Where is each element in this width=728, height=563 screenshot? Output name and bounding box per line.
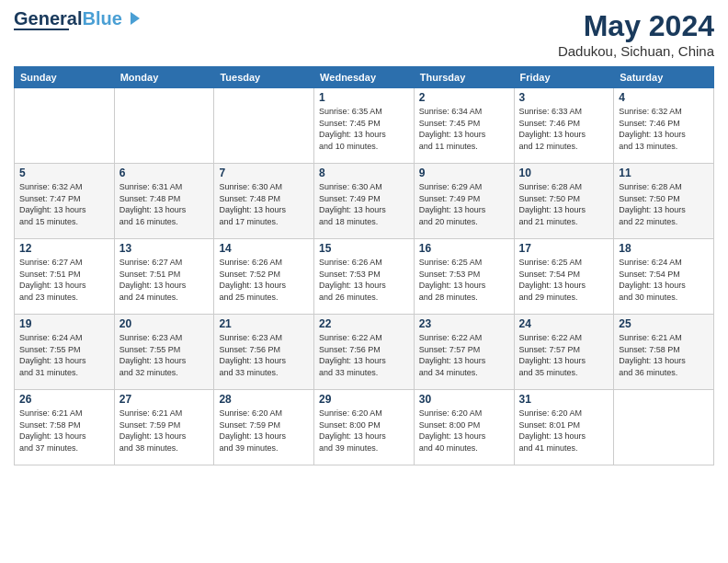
table-cell: 31Sunrise: 6:20 AMSunset: 8:01 PMDayligh… — [514, 390, 614, 465]
table-cell: 11Sunrise: 6:28 AMSunset: 7:50 PMDayligh… — [614, 164, 714, 239]
day-number: 13 — [119, 242, 210, 255]
day-number: 9 — [419, 167, 509, 179]
day-info: Sunrise: 6:29 AMSunset: 7:49 PMDaylight:… — [419, 181, 509, 227]
day-number: 4 — [619, 91, 709, 104]
table-cell: 6Sunrise: 6:31 AMSunset: 7:48 PMDaylight… — [114, 164, 214, 239]
day-info: Sunrise: 6:26 AMSunset: 7:52 PMDaylight:… — [219, 257, 309, 303]
day-info: Sunrise: 6:22 AMSunset: 7:57 PMDaylight:… — [519, 332, 609, 378]
day-number: 30 — [419, 393, 509, 406]
table-cell: 1Sunrise: 6:35 AMSunset: 7:45 PMDaylight… — [314, 88, 415, 164]
table-cell: 25Sunrise: 6:21 AMSunset: 7:58 PMDayligh… — [614, 315, 714, 390]
day-info: Sunrise: 6:21 AMSunset: 7:58 PMDaylight:… — [19, 408, 109, 454]
table-cell: 27Sunrise: 6:21 AMSunset: 7:59 PMDayligh… — [114, 390, 214, 465]
day-number: 7 — [219, 167, 309, 179]
day-number: 1 — [319, 91, 409, 104]
day-number: 29 — [319, 393, 409, 406]
table-cell — [114, 88, 214, 164]
table-cell — [214, 88, 314, 164]
table-cell: 8Sunrise: 6:30 AMSunset: 7:49 PMDaylight… — [314, 164, 415, 239]
table-cell: 3Sunrise: 6:33 AMSunset: 7:46 PMDaylight… — [514, 88, 614, 164]
day-info: Sunrise: 6:22 AMSunset: 7:57 PMDaylight:… — [419, 332, 509, 378]
day-info: Sunrise: 6:26 AMSunset: 7:53 PMDaylight:… — [319, 257, 409, 303]
day-info: Sunrise: 6:25 AMSunset: 7:53 PMDaylight:… — [419, 257, 509, 303]
header-saturday: Saturday — [614, 67, 714, 88]
day-info: Sunrise: 6:32 AMSunset: 7:47 PMDaylight:… — [19, 181, 109, 227]
table-cell: 12Sunrise: 6:27 AMSunset: 7:51 PMDayligh… — [15, 239, 115, 315]
day-info: Sunrise: 6:23 AMSunset: 7:55 PMDaylight:… — [119, 332, 210, 378]
header-thursday: Thursday — [414, 67, 514, 88]
day-number: 5 — [19, 167, 109, 179]
day-number: 26 — [19, 393, 109, 406]
day-info: Sunrise: 6:25 AMSunset: 7:54 PMDaylight:… — [519, 257, 609, 303]
weekday-header-row: Sunday Monday Tuesday Wednesday Thursday… — [15, 67, 714, 88]
header-friday: Friday — [514, 67, 614, 88]
month-title: May 2024 — [558, 9, 714, 43]
day-info: Sunrise: 6:34 AMSunset: 7:45 PMDaylight:… — [419, 106, 509, 152]
day-number: 22 — [319, 317, 409, 330]
table-cell: 9Sunrise: 6:29 AMSunset: 7:49 PMDaylight… — [414, 164, 514, 239]
day-info: Sunrise: 6:28 AMSunset: 7:50 PMDaylight:… — [519, 181, 609, 227]
day-info: Sunrise: 6:20 AMSunset: 8:01 PMDaylight:… — [519, 408, 609, 454]
day-number: 25 — [619, 317, 709, 330]
day-info: Sunrise: 6:20 AMSunset: 7:59 PMDaylight:… — [219, 408, 309, 454]
day-info: Sunrise: 6:20 AMSunset: 8:00 PMDaylight:… — [419, 408, 509, 454]
table-cell: 22Sunrise: 6:22 AMSunset: 7:56 PMDayligh… — [314, 315, 415, 390]
day-info: Sunrise: 6:21 AMSunset: 7:59 PMDaylight:… — [119, 408, 210, 454]
day-number: 27 — [119, 393, 210, 406]
day-number: 2 — [419, 91, 509, 104]
day-info: Sunrise: 6:32 AMSunset: 7:46 PMDaylight:… — [619, 106, 709, 152]
week-row-5: 26Sunrise: 6:21 AMSunset: 7:58 PMDayligh… — [15, 390, 714, 465]
table-cell: 7Sunrise: 6:30 AMSunset: 7:48 PMDaylight… — [214, 164, 314, 239]
week-row-2: 5Sunrise: 6:32 AMSunset: 7:47 PMDaylight… — [15, 164, 714, 239]
header-monday: Monday — [114, 67, 214, 88]
calendar-table: Sunday Monday Tuesday Wednesday Thursday… — [14, 66, 714, 465]
day-number: 15 — [319, 242, 409, 255]
logo-line — [14, 29, 69, 30]
day-number: 16 — [419, 242, 509, 255]
logo-text: GeneralBlue — [14, 9, 122, 28]
day-info: Sunrise: 6:24 AMSunset: 7:55 PMDaylight:… — [19, 332, 109, 378]
day-number: 8 — [319, 167, 409, 179]
title-area: May 2024 Dadukou, Sichuan, China — [558, 9, 714, 59]
day-number: 18 — [619, 242, 709, 255]
day-number: 12 — [19, 242, 109, 255]
day-info: Sunrise: 6:20 AMSunset: 8:00 PMDaylight:… — [319, 408, 409, 454]
day-info: Sunrise: 6:22 AMSunset: 7:56 PMDaylight:… — [319, 332, 409, 378]
table-cell — [614, 390, 714, 465]
location-title: Dadukou, Sichuan, China — [558, 43, 714, 59]
day-info: Sunrise: 6:27 AMSunset: 7:51 PMDaylight:… — [19, 257, 109, 303]
day-info: Sunrise: 6:31 AMSunset: 7:48 PMDaylight:… — [119, 181, 210, 227]
day-info: Sunrise: 6:27 AMSunset: 7:51 PMDaylight:… — [119, 257, 210, 303]
day-number: 23 — [419, 317, 509, 330]
table-cell: 19Sunrise: 6:24 AMSunset: 7:55 PMDayligh… — [15, 315, 115, 390]
header-wednesday: Wednesday — [314, 67, 415, 88]
week-row-1: 1Sunrise: 6:35 AMSunset: 7:45 PMDaylight… — [15, 88, 714, 164]
table-cell: 21Sunrise: 6:23 AMSunset: 7:56 PMDayligh… — [214, 315, 314, 390]
svg-marker-0 — [131, 12, 140, 25]
table-cell: 24Sunrise: 6:22 AMSunset: 7:57 PMDayligh… — [514, 315, 614, 390]
table-cell: 4Sunrise: 6:32 AMSunset: 7:46 PMDaylight… — [614, 88, 714, 164]
day-number: 20 — [119, 317, 210, 330]
table-cell: 15Sunrise: 6:26 AMSunset: 7:53 PMDayligh… — [314, 239, 415, 315]
table-cell: 20Sunrise: 6:23 AMSunset: 7:55 PMDayligh… — [114, 315, 214, 390]
table-cell: 5Sunrise: 6:32 AMSunset: 7:47 PMDaylight… — [15, 164, 115, 239]
header-sunday: Sunday — [15, 67, 115, 88]
day-info: Sunrise: 6:30 AMSunset: 7:49 PMDaylight:… — [319, 181, 409, 227]
table-cell — [15, 88, 115, 164]
day-info: Sunrise: 6:30 AMSunset: 7:48 PMDaylight:… — [219, 181, 309, 227]
page: GeneralBlue May 2024 Dadukou, Sichuan, C… — [0, 0, 728, 563]
day-number: 19 — [19, 317, 109, 330]
header-tuesday: Tuesday — [214, 67, 314, 88]
day-info: Sunrise: 6:33 AMSunset: 7:46 PMDaylight:… — [519, 106, 609, 152]
week-row-3: 12Sunrise: 6:27 AMSunset: 7:51 PMDayligh… — [15, 239, 714, 315]
table-cell: 14Sunrise: 6:26 AMSunset: 7:52 PMDayligh… — [214, 239, 314, 315]
logo-icon — [125, 10, 142, 27]
table-cell: 2Sunrise: 6:34 AMSunset: 7:45 PMDaylight… — [414, 88, 514, 164]
table-cell: 29Sunrise: 6:20 AMSunset: 8:00 PMDayligh… — [314, 390, 415, 465]
day-number: 11 — [619, 167, 709, 179]
day-number: 28 — [219, 393, 309, 406]
table-cell: 16Sunrise: 6:25 AMSunset: 7:53 PMDayligh… — [414, 239, 514, 315]
day-number: 31 — [519, 393, 609, 406]
day-number: 21 — [219, 317, 309, 330]
table-cell: 30Sunrise: 6:20 AMSunset: 8:00 PMDayligh… — [414, 390, 514, 465]
